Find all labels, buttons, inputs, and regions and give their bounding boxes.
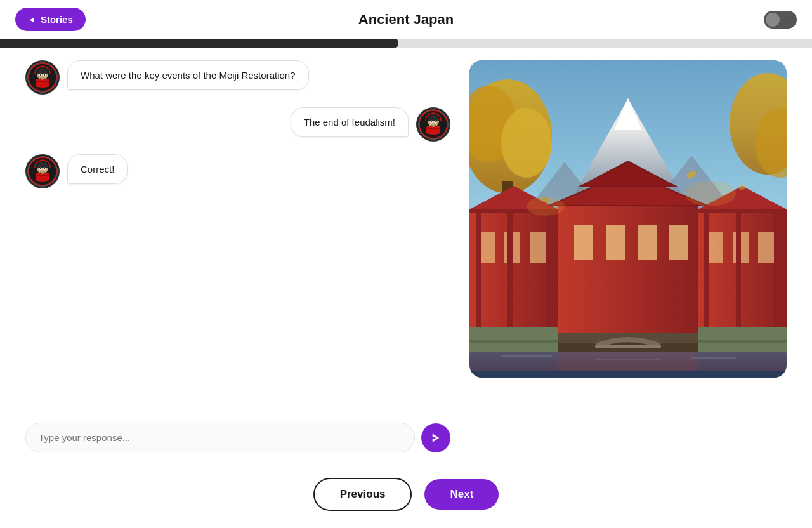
- stories-button-label: Stories: [41, 14, 73, 25]
- svg-point-18: [40, 168, 41, 169]
- svg-marker-21: [433, 433, 440, 442]
- chat-section: What were the key events of the Meiji Re…: [25, 60, 450, 452]
- svg-rect-75: [698, 352, 787, 371]
- message-text: Correct!: [81, 164, 114, 175]
- story-image: [469, 60, 787, 378]
- message-bubble: What were the key events of the Meiji Re…: [67, 60, 309, 90]
- theme-toggle[interactable]: [764, 11, 797, 29]
- toggle-switch[interactable]: [764, 11, 797, 29]
- toggle-knob: [766, 13, 780, 27]
- svg-rect-59: [638, 225, 657, 260]
- svg-rect-49: [704, 213, 709, 340]
- avatar: [25, 60, 60, 95]
- svg-point-12: [435, 121, 436, 122]
- back-arrow-icon: ◄: [28, 15, 36, 24]
- svg-rect-41: [508, 213, 513, 340]
- svg-rect-64: [469, 340, 558, 343]
- bottom-navigation: Previous Next: [0, 465, 812, 524]
- svg-point-4: [40, 74, 41, 76]
- svg-rect-58: [606, 225, 625, 260]
- message-text: What were the key events of the Meiji Re…: [81, 70, 296, 81]
- svg-point-76: [685, 181, 736, 206]
- next-button[interactable]: Next: [424, 479, 499, 510]
- svg-rect-51: [774, 213, 779, 340]
- svg-point-5: [44, 74, 45, 76]
- svg-rect-46: [707, 232, 723, 263]
- svg-rect-74: [469, 352, 558, 371]
- svg-rect-39: [530, 232, 546, 263]
- svg-rect-57: [574, 225, 593, 260]
- svg-rect-60: [669, 225, 688, 260]
- main-content: What were the key events of the Meiji Re…: [0, 48, 812, 465]
- svg-point-19: [44, 168, 45, 169]
- progress-bar-fill: [0, 39, 398, 48]
- previous-button-label: Previous: [340, 488, 386, 500]
- input-area: [25, 423, 450, 452]
- svg-rect-73: [558, 352, 698, 371]
- svg-rect-48: [758, 232, 774, 263]
- image-section: [469, 60, 787, 452]
- svg-rect-40: [476, 213, 481, 340]
- svg-rect-71: [595, 345, 661, 348]
- svg-rect-37: [479, 232, 495, 263]
- response-input[interactable]: [25, 423, 415, 452]
- avatar: [25, 154, 60, 188]
- svg-rect-66: [698, 340, 787, 343]
- svg-point-30: [501, 108, 552, 178]
- svg-rect-50: [736, 213, 741, 340]
- svg-rect-42: [546, 213, 551, 340]
- message-row: What were the key events of the Meiji Re…: [25, 60, 450, 95]
- previous-button[interactable]: Previous: [313, 478, 412, 511]
- progress-bar-container: [0, 39, 812, 48]
- chat-messages: What were the key events of the Meiji Re…: [25, 60, 450, 391]
- svg-rect-72: [469, 371, 787, 378]
- message-bubble: Correct!: [67, 154, 128, 184]
- header: ◄ Stories Ancient Japan: [0, 0, 812, 39]
- message-text: The end of feudalism!: [304, 117, 395, 128]
- send-button[interactable]: [421, 423, 450, 452]
- next-button-label: Next: [450, 488, 473, 500]
- stories-button[interactable]: ◄ Stories: [15, 8, 86, 31]
- svg-point-11: [431, 121, 432, 122]
- message-row: Correct!: [25, 154, 450, 188]
- message-row: The end of feudalism!: [25, 107, 450, 142]
- message-bubble: The end of feudalism!: [291, 107, 409, 137]
- page-title: Ancient Japan: [358, 11, 454, 28]
- avatar: [416, 107, 450, 142]
- send-icon: [430, 432, 442, 444]
